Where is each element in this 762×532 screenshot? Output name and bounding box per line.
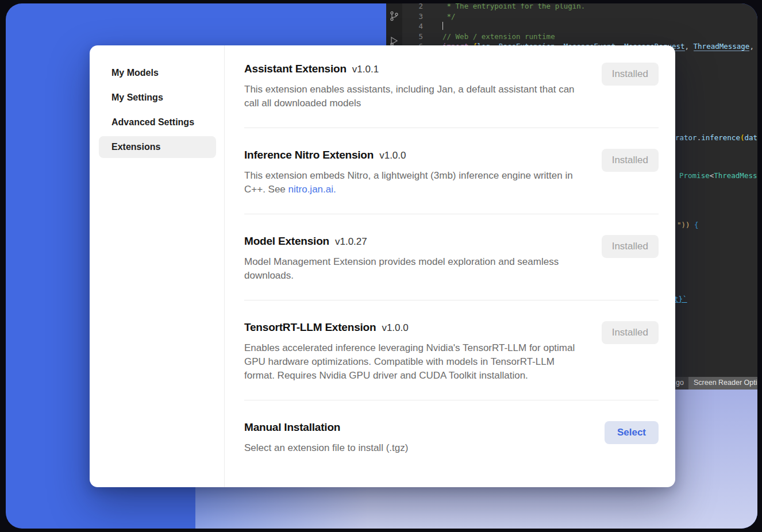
editor-code-lines: 2 * The entrypoint for the plugin. 3 */ … — [402, 3, 757, 52]
line-number: 2 — [402, 3, 430, 11]
extension-row-manual-installation: Manual Installation Select an extension … — [244, 421, 659, 455]
extension-description: Select an extension file to install (.tg… — [244, 441, 408, 455]
row-divider — [244, 214, 659, 214]
code-line-4: 4 — [402, 21, 757, 32]
extension-version: v1.0.1 — [352, 64, 379, 75]
extension-row-tensortrt-llm-extension: TensortRT-LLM Extensionv1.0.0 Enables ac… — [244, 321, 659, 383]
row-divider — [244, 300, 659, 300]
extension-row-model-extension: Model Extensionv1.0.27 Model Management … — [244, 235, 659, 283]
extension-version: v1.0.0 — [379, 150, 406, 161]
line-number: 4 — [402, 21, 430, 32]
installed-button[interactable]: Installed — [602, 63, 659, 86]
screen-reader-optimized-status[interactable]: Screen Reader Optimized — [688, 377, 757, 390]
extension-title: Model Extensionv1.0.27 — [244, 235, 578, 248]
nitro-jan-ai-link[interactable]: nitro.jan.ai. — [288, 184, 336, 195]
app-window: 2 * The entrypoint for the plugin. 3 */ … — [6, 3, 757, 529]
extension-name: TensortRT-LLM Extension — [244, 321, 376, 333]
sidebar-item-extensions[interactable]: Extensions — [99, 136, 216, 158]
code-fragment: ")) { — [677, 221, 699, 229]
installed-button[interactable]: Installed — [602, 235, 659, 258]
settings-sidebar: My Models My Settings Advanced Settings … — [90, 45, 225, 487]
extension-description: This extension embeds Nitro, a lightweig… — [244, 169, 578, 196]
text-cursor — [442, 22, 443, 30]
row-divider — [244, 400, 659, 400]
code-line-3: 3 */ — [402, 11, 757, 22]
status-bar-text: go — [676, 379, 684, 387]
code-line-5: 5 // Web / extension runtime — [402, 32, 757, 42]
line-number: 3 — [402, 11, 430, 22]
extension-title: TensortRT-LLM Extensionv1.0.0 — [244, 321, 578, 334]
extension-title: Assistant Extensionv1.0.1 — [244, 63, 578, 75]
extension-description: This extension enables assistants, inclu… — [244, 83, 578, 110]
select-file-button[interactable]: Select — [605, 421, 659, 444]
sidebar-item-my-models[interactable]: My Models — [99, 62, 216, 84]
extension-description: Enables accelerated inference leveraging… — [244, 341, 578, 383]
extension-name: Assistant Extension — [244, 63, 347, 75]
code-line-2: 2 * The entrypoint for the plugin. — [402, 3, 757, 11]
code-fragment: rator.inference(data)); — [675, 133, 757, 142]
extension-name: Manual Installation — [244, 421, 340, 433]
row-divider — [244, 128, 659, 128]
extension-row-assistant-extension: Assistant Extensionv1.0.1 This extension… — [244, 63, 659, 110]
extension-name: Model Extension — [244, 235, 329, 247]
source-control-icon[interactable] — [388, 10, 400, 24]
extension-version: v1.0.27 — [335, 236, 367, 247]
extension-row-inference-nitro-extension: Inference Nitro Extensionv1.0.0 This ext… — [244, 149, 659, 196]
extension-title: Manual Installation — [244, 421, 408, 434]
extension-version: v1.0.0 — [382, 322, 408, 333]
desktop-background: 2 * The entrypoint for the plugin. 3 */ … — [0, 0, 762, 532]
installed-button[interactable]: Installed — [602, 149, 659, 172]
extension-description: Model Management Extension provides mode… — [244, 255, 578, 283]
code-fragment: Promise<ThreadMessage> — [679, 171, 757, 180]
settings-modal: My Models My Settings Advanced Settings … — [90, 45, 675, 487]
code-fragment: t}` — [674, 295, 687, 303]
extensions-panel: Assistant Extensionv1.0.1 This extension… — [225, 45, 675, 487]
extension-name: Inference Nitro Extension — [244, 149, 374, 161]
extension-title: Inference Nitro Extensionv1.0.0 — [244, 149, 578, 161]
sidebar-item-advanced-settings[interactable]: Advanced Settings — [99, 111, 216, 133]
installed-button[interactable]: Installed — [602, 321, 659, 344]
sidebar-item-my-settings[interactable]: My Settings — [99, 87, 216, 109]
line-number: 5 — [402, 32, 430, 42]
